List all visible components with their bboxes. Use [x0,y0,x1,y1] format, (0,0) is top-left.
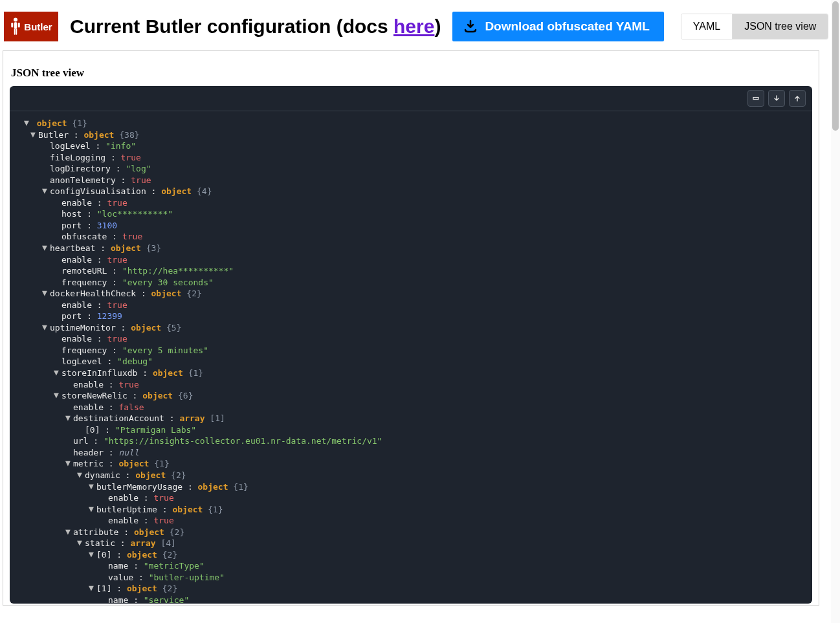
page-title: Current Butler configuration (docs here) [70,16,441,38]
tree-type: object [83,130,114,140]
tree-key: port [61,311,82,321]
tree-type: object [127,550,157,560]
svg-rect-6 [753,98,758,100]
tree-count: {2} [157,584,177,593]
toggle-icon[interactable]: ▼ [52,389,60,401]
tree-key: enable [73,380,104,389]
tree-count: {38} [114,130,139,140]
tree-row[interactable]: ▼butlerMemoryUsage : object {1} [12,481,810,493]
logo-text: Butler [24,21,52,32]
toggle-icon[interactable]: ▼ [41,287,49,299]
download-yaml-button[interactable]: Download obfuscated YAML [452,12,663,41]
toggle-icon[interactable]: ▼ [64,412,72,424]
app-logo: Butler [4,12,58,41]
tree-row: remoteURL : "http://hea**********" [12,265,810,277]
tree-key: remoteURL [61,266,107,276]
tree-root[interactable]: ▼ object {1} [12,118,810,129]
tree-row[interactable]: ▼storeNewRelic : object {6} [12,390,810,402]
tree-count: {2} [182,289,202,298]
tree-row: name : "service" [12,595,810,604]
tree-row[interactable]: ▼metric : object {1} [12,458,810,470]
tree-key: enable [61,300,92,310]
tree-value: "every 30 seconds" [122,278,214,287]
toggle-icon[interactable]: ▼ [41,242,49,254]
tree-key: url [73,436,88,446]
tree-key: Butler [38,130,69,140]
collapse-icon [753,95,759,102]
tree-row[interactable]: ▼dynamic : object {2} [12,470,810,481]
tree-count: {1} [228,482,249,492]
tree-value: true [153,493,173,503]
tree-type: object [127,584,157,593]
tree-row[interactable]: ▼attribute : object {2} [12,527,810,538]
scroll-top-button[interactable] [789,90,806,107]
tree-key: configVisualisation [50,186,146,196]
tree-row[interactable]: ▼storeInInfluxdb : object {1} [12,367,810,379]
tree-row: enable : true [12,515,810,527]
tree-row[interactable]: ▼Butler : object {38} [12,129,810,141]
tree-row[interactable]: ▼uptimeMonitor : object {5} [12,322,810,334]
svg-rect-1 [14,22,17,29]
toggle-icon[interactable]: ▼ [87,481,95,492]
tree-value: true [118,380,138,389]
tree-value: true [153,516,173,525]
tree-row: logDirectory : "log" [12,163,810,175]
tree-key: enable [73,402,104,412]
tree-row: port : 3100 [12,220,810,232]
tree-value: false [118,402,144,412]
tree-row[interactable]: ▼[1] : object {2} [12,583,810,595]
tree-count: [1] [205,413,225,423]
tab-yaml[interactable]: YAML [681,14,733,39]
tree-key: frequency [61,345,107,355]
collapse-all-button[interactable] [747,90,764,107]
tree-key: static [85,538,115,548]
tree-value: "every 5 minutes" [122,345,208,355]
docs-link[interactable]: here [393,16,434,37]
page-scrollbar[interactable] [831,0,840,623]
tree-row: logLevel : "debug" [12,356,810,367]
tree-value: true [107,198,127,208]
tree-key: logDirectory [50,164,111,173]
toggle-icon[interactable]: ▼ [76,469,83,481]
tree-row[interactable]: ▼dockerHealthCheck : object {2} [12,288,810,300]
tree-value: 12399 [97,311,122,321]
toggle-icon[interactable]: ▼ [52,367,60,378]
tree-row[interactable]: ▼configVisualisation : object {4} [12,186,810,197]
tree-row: fileLogging : true [12,152,810,164]
toggle-icon[interactable]: ▼ [87,549,95,560]
tree-key: [0] [96,550,111,560]
svg-rect-2 [12,23,14,28]
toggle-icon[interactable]: ▼ [87,503,95,515]
toggle-icon[interactable]: ▼ [23,117,30,129]
tree-row[interactable]: ▼[0] : object {2} [12,549,810,561]
expand-all-button[interactable] [768,90,785,107]
toggle-icon[interactable]: ▼ [29,129,37,140]
tree-key: enable [61,255,92,265]
scrollbar-thumb[interactable] [832,1,839,131]
tree-row[interactable]: ▼destinationAccount : array [1] [12,413,810,424]
toggle-icon[interactable]: ▼ [41,322,49,333]
tree-key: obfuscate [61,232,107,241]
tree-count: [4] [156,538,176,548]
toggle-icon[interactable]: ▼ [64,457,72,469]
tree-value: "info" [105,141,136,151]
tree-row[interactable]: ▼heartbeat : object {3} [12,243,810,254]
toggle-icon[interactable]: ▼ [64,526,72,538]
tree-type: array [130,538,155,548]
tree-row: port : 12399 [12,311,810,322]
tree-value: true [122,232,142,241]
tab-json-tree[interactable]: JSON tree view [733,14,828,39]
tree-row[interactable]: ▼butlerUptime : object {1} [12,504,810,516]
tree-key: metric [73,459,104,468]
svg-rect-3 [18,23,20,28]
tree-row[interactable]: ▼static : array [4] [12,538,810,549]
tree-value: true [107,300,127,310]
json-toolbar [10,86,812,111]
tree-value: "debug" [117,356,153,366]
tree-type: object [111,243,141,253]
toggle-icon[interactable]: ▼ [41,185,49,197]
toggle-icon[interactable]: ▼ [87,582,95,594]
toggle-icon[interactable]: ▼ [76,537,83,549]
tree-key: enable [61,198,92,208]
tree-key: [0] [85,425,100,435]
